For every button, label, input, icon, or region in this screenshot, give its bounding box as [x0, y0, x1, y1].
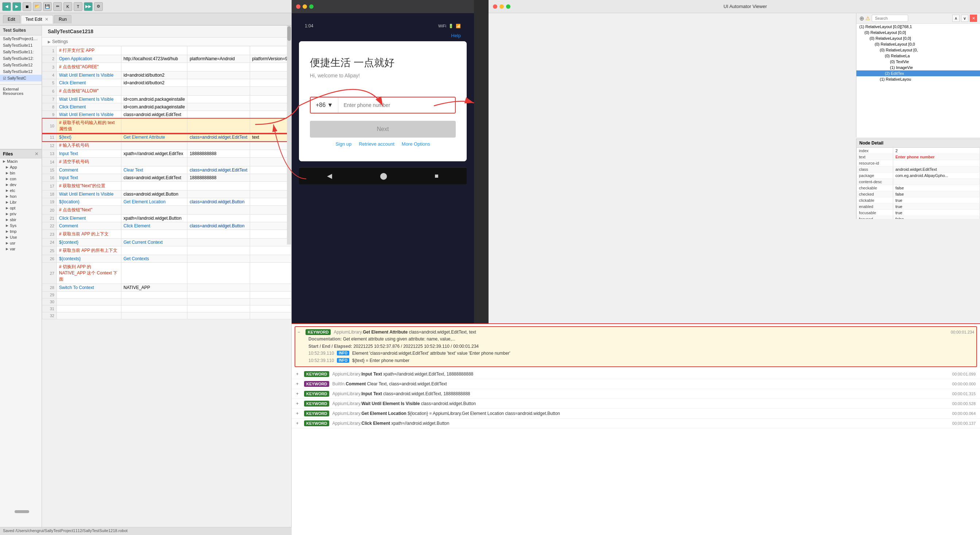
row-5-col4[interactable]	[250, 79, 291, 87]
row-4-col4[interactable]	[250, 72, 291, 79]
phone-max-dot[interactable]	[309, 5, 313, 9]
row-22-col2[interactable]: Click Element	[121, 222, 187, 230]
row-20-col3[interactable]	[188, 206, 250, 215]
row-21-col1[interactable]: Click Element	[57, 215, 121, 222]
row-13-col3[interactable]: 18888888888	[188, 150, 250, 158]
log-toggle-4[interactable]: +	[296, 401, 301, 406]
phone-help[interactable]: Help	[299, 31, 467, 40]
row-4-col3[interactable]	[188, 72, 250, 79]
file-item-opt[interactable]: ▶ opt	[0, 205, 41, 211]
row-9-col4[interactable]	[250, 111, 291, 118]
row-4-col1[interactable]: Wait Until Element Is Visible	[57, 72, 121, 79]
row-3-col1[interactable]: # 点击按钮"AGREE"	[57, 63, 121, 72]
tree-prev-btn[interactable]: ∧	[952, 14, 959, 22]
row-16-col2[interactable]: class=android.widget.EditText	[121, 174, 187, 182]
file-item-macin[interactable]: ▶ Macin	[0, 158, 41, 164]
row-25-col1[interactable]: # 获取当前 APP 的所有上下文	[57, 246, 121, 255]
row-7-col2[interactable]: id=com.android.packageinstalle	[121, 96, 187, 103]
row-1-col2[interactable]	[121, 46, 187, 55]
row-15-col1[interactable]: Comment	[57, 166, 121, 174]
log-toggle-1[interactable]: +	[296, 372, 301, 377]
phone-number-input[interactable]	[338, 98, 455, 112]
sidebar-scrollbar[interactable]	[14, 510, 29, 513]
row-7-col3[interactable]	[188, 96, 250, 103]
tab-edit[interactable]: Edit	[3, 15, 20, 23]
row-25-col4[interactable]	[250, 246, 291, 255]
row-24-col4[interactable]	[250, 239, 291, 246]
file-item-bin[interactable]: ▶ bin	[0, 170, 41, 176]
row-29-col2[interactable]	[121, 292, 187, 299]
row-14-col3[interactable]	[188, 158, 250, 166]
toolbar-t[interactable]: T	[74, 2, 83, 11]
row-5-col2[interactable]: id=android:id/button2	[121, 79, 187, 87]
row-18-col1[interactable]: Wait Until Element Is Visible	[57, 190, 121, 198]
tree-item-8[interactable]: (2) EditTex	[856, 70, 980, 76]
tree-close-btn[interactable]: ✕	[970, 14, 977, 22]
row-29-col4[interactable]	[250, 292, 291, 299]
file-item-sys[interactable]: ▶ Sys	[0, 223, 41, 228]
row-1-col4[interactable]	[250, 46, 291, 55]
tree-add-icon[interactable]: ⊕	[859, 15, 864, 22]
minimize-dot[interactable]	[500, 5, 504, 9]
file-item-var[interactable]: ▶ var	[0, 246, 41, 252]
file-item-con[interactable]: ▶ con	[0, 176, 41, 182]
row-13-col2[interactable]: xpath=//android.widget.EditTex	[121, 150, 187, 158]
tree-item-1[interactable]: (0) RelativeLayout [0,0]	[856, 30, 980, 35]
row-6-col1[interactable]: # 点击按钮"ALLOW"	[57, 87, 121, 96]
row-25-col2[interactable]	[121, 246, 187, 255]
row-17-col2[interactable]	[121, 182, 187, 190]
row-11-col2[interactable]: Get Element Attribute	[121, 134, 187, 141]
row-24-col2[interactable]: Get Current Context	[121, 239, 187, 246]
row-27-col4[interactable]	[250, 263, 291, 284]
row-29-col1[interactable]	[57, 292, 121, 299]
row-20-col2[interactable]	[121, 206, 187, 215]
row-10-col3[interactable]	[188, 118, 250, 134]
maximize-dot[interactable]	[506, 5, 511, 9]
editor-scroll-thumb[interactable]	[287, 26, 291, 41]
row-7-col1[interactable]: Wait Until Element Is Visible	[57, 96, 121, 103]
row-4-col2[interactable]: id=android:id/button2	[121, 72, 187, 79]
toolbar-k[interactable]: K	[64, 2, 72, 11]
sidebar-item-0[interactable]: SallyTestProject111:	[0, 35, 41, 42]
row-15-col3[interactable]: class=android.widget.EditText	[188, 166, 250, 174]
toolbar-open[interactable]: 📂	[33, 2, 41, 11]
toolbar-save[interactable]: 💾	[43, 2, 52, 11]
row-27-col1[interactable]: # 切换到 APP 的 NATIVE_APP 这个 Context 下面	[57, 263, 121, 284]
row-2-col4[interactable]: platformVersion=9.	[250, 55, 291, 63]
row-12-col2[interactable]	[121, 141, 187, 150]
row-10-col2[interactable]	[121, 118, 187, 134]
row-19-col2[interactable]: Get Element Location	[121, 198, 187, 206]
file-item-sbir[interactable]: ▶ sbir	[0, 217, 41, 223]
tree-item-2[interactable]: (0) RelativeLayout [0,0]	[856, 35, 980, 41]
row-10-col1[interactable]: # 获取手机号码输入框的 text 属性值	[57, 118, 121, 134]
toolbar-stop[interactable]: ⏹	[22, 2, 31, 11]
file-item-tmp[interactable]: ▶ tmp	[0, 228, 41, 234]
row-30-col2[interactable]	[121, 299, 187, 305]
row-12-col1[interactable]: # 输入手机号码	[57, 141, 121, 150]
tree-item-0[interactable]: (1) RelativeLayout [0,0][768,1	[856, 24, 980, 30]
tree-item-5[interactable]: (0) RelativeLa	[856, 53, 980, 59]
row-6-col2[interactable]	[121, 87, 187, 96]
files-close-btn[interactable]: ✕	[35, 151, 39, 157]
tree-item-6[interactable]: (0) TextVie	[856, 59, 980, 65]
row-32-col4[interactable]	[250, 312, 291, 319]
row-6-col4[interactable]	[250, 87, 291, 96]
row-3-col3[interactable]	[188, 63, 250, 72]
more-options-link[interactable]: More Options	[402, 141, 430, 147]
row-25-col3[interactable]	[188, 246, 250, 255]
row-17-col1[interactable]: # 获取按钮"Next"的位置	[57, 182, 121, 190]
row-28-col1[interactable]: Switch To Context	[57, 284, 121, 292]
tree-item-4[interactable]: (0) RelativeLayout [0,	[856, 47, 980, 53]
row-21-col3[interactable]	[188, 215, 250, 222]
row-18-col4[interactable]	[250, 190, 291, 198]
row-14-col1[interactable]: # 清空手机号码	[57, 158, 121, 166]
row-8-col1[interactable]: Click Element	[57, 103, 121, 111]
row-12-col3[interactable]	[188, 141, 250, 150]
tree-item-7[interactable]: (1) ImageVie	[856, 65, 980, 70]
row-32-col3[interactable]	[188, 312, 250, 319]
sidebar-item-2[interactable]: SallyTestSuite11:	[0, 48, 41, 55]
row-8-col4[interactable]	[250, 103, 291, 111]
file-item-usr[interactable]: ▶ usr	[0, 240, 41, 246]
toolbar-settings[interactable]: ⚙	[94, 2, 103, 11]
row-5-col1[interactable]: Click Element	[57, 79, 121, 87]
